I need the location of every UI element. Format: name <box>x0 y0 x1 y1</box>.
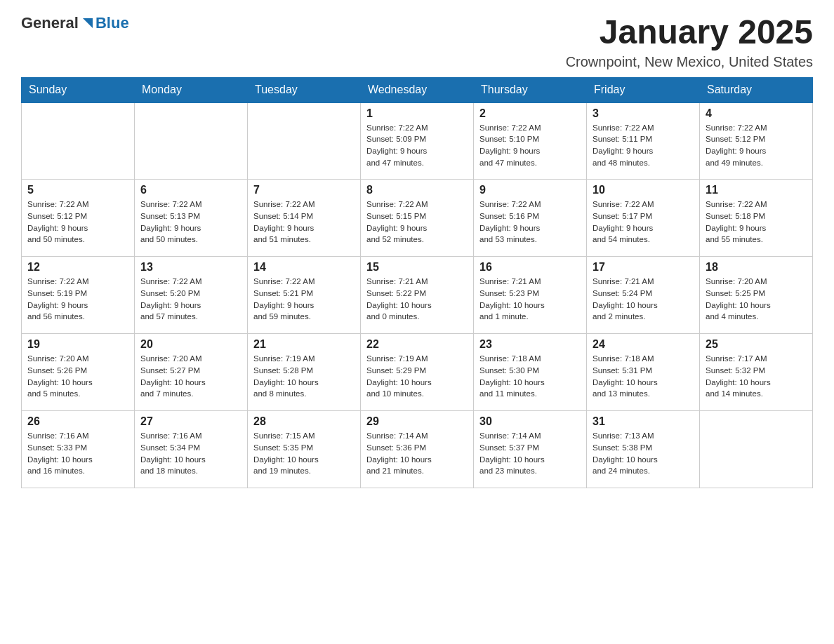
day-number: 26 <box>27 415 128 428</box>
day-cell: 25Sunrise: 7:17 AM Sunset: 5:32 PM Dayli… <box>700 334 813 411</box>
day-number: 2 <box>479 107 581 120</box>
day-number: 15 <box>366 261 468 274</box>
week-row-5: 26Sunrise: 7:16 AM Sunset: 5:33 PM Dayli… <box>22 411 813 488</box>
day-cell: 30Sunrise: 7:14 AM Sunset: 5:37 PM Dayli… <box>474 411 587 488</box>
day-number: 6 <box>140 184 241 196</box>
day-number: 18 <box>706 261 807 274</box>
day-cell: 8Sunrise: 7:22 AM Sunset: 5:15 PM Daylig… <box>361 180 474 257</box>
day-info: Sunrise: 7:18 AM Sunset: 5:31 PM Dayligh… <box>593 353 694 400</box>
day-info: Sunrise: 7:22 AM Sunset: 5:14 PM Dayligh… <box>253 199 355 246</box>
day-number: 9 <box>479 184 581 196</box>
day-number: 16 <box>479 261 581 274</box>
day-number: 4 <box>706 107 807 120</box>
day-number: 1 <box>366 107 468 120</box>
calendar-header: SundayMondayTuesdayWednesdayThursdayFrid… <box>22 77 813 102</box>
day-cell: 3Sunrise: 7:22 AM Sunset: 5:11 PM Daylig… <box>587 102 700 180</box>
day-info: Sunrise: 7:22 AM Sunset: 5:12 PM Dayligh… <box>706 122 807 169</box>
day-cell: 13Sunrise: 7:22 AM Sunset: 5:20 PM Dayli… <box>135 257 248 334</box>
day-cell: 29Sunrise: 7:14 AM Sunset: 5:36 PM Dayli… <box>361 411 474 488</box>
day-cell: 4Sunrise: 7:22 AM Sunset: 5:12 PM Daylig… <box>700 102 813 180</box>
day-number: 14 <box>253 261 355 274</box>
day-cell: 14Sunrise: 7:22 AM Sunset: 5:21 PM Dayli… <box>248 257 361 334</box>
logo-triangle-icon <box>80 15 95 31</box>
day-cell: 16Sunrise: 7:21 AM Sunset: 5:23 PM Dayli… <box>474 257 587 334</box>
day-number: 29 <box>366 415 468 428</box>
day-number: 3 <box>593 107 694 120</box>
day-cell: 26Sunrise: 7:16 AM Sunset: 5:33 PM Dayli… <box>22 411 135 488</box>
day-info: Sunrise: 7:22 AM Sunset: 5:21 PM Dayligh… <box>253 276 355 323</box>
location-subtitle: Crownpoint, New Mexico, United States <box>566 54 813 70</box>
day-number: 20 <box>140 338 241 351</box>
month-title: January 2025 <box>566 14 813 51</box>
day-cell: 20Sunrise: 7:20 AM Sunset: 5:27 PM Dayli… <box>135 334 248 411</box>
day-info: Sunrise: 7:18 AM Sunset: 5:30 PM Dayligh… <box>479 353 581 400</box>
day-cell: 6Sunrise: 7:22 AM Sunset: 5:13 PM Daylig… <box>135 180 248 257</box>
day-info: Sunrise: 7:21 AM Sunset: 5:22 PM Dayligh… <box>366 276 468 323</box>
day-info: Sunrise: 7:20 AM Sunset: 5:27 PM Dayligh… <box>140 353 241 400</box>
day-info: Sunrise: 7:19 AM Sunset: 5:28 PM Dayligh… <box>253 353 355 400</box>
day-cell: 11Sunrise: 7:22 AM Sunset: 5:18 PM Dayli… <box>700 180 813 257</box>
day-info: Sunrise: 7:15 AM Sunset: 5:35 PM Dayligh… <box>253 430 355 477</box>
week-row-3: 12Sunrise: 7:22 AM Sunset: 5:19 PM Dayli… <box>22 257 813 334</box>
day-number: 7 <box>253 184 355 196</box>
day-info: Sunrise: 7:22 AM Sunset: 5:10 PM Dayligh… <box>479 122 581 169</box>
day-info: Sunrise: 7:22 AM Sunset: 5:18 PM Dayligh… <box>706 199 807 246</box>
day-number: 8 <box>366 184 468 196</box>
day-info: Sunrise: 7:17 AM Sunset: 5:32 PM Dayligh… <box>706 353 807 400</box>
day-info: Sunrise: 7:21 AM Sunset: 5:23 PM Dayligh… <box>479 276 581 323</box>
day-cell <box>700 411 813 488</box>
day-number: 30 <box>479 415 581 428</box>
day-number: 10 <box>593 184 694 196</box>
header-cell-wednesday: Wednesday <box>361 77 474 102</box>
day-cell: 9Sunrise: 7:22 AM Sunset: 5:16 PM Daylig… <box>474 180 587 257</box>
day-cell <box>135 102 248 180</box>
header-cell-friday: Friday <box>587 77 700 102</box>
day-info: Sunrise: 7:22 AM Sunset: 5:15 PM Dayligh… <box>366 199 468 246</box>
logo: General Blue <box>21 14 129 32</box>
day-info: Sunrise: 7:22 AM Sunset: 5:12 PM Dayligh… <box>27 199 128 246</box>
header-row: SundayMondayTuesdayWednesdayThursdayFrid… <box>22 77 813 102</box>
day-cell: 27Sunrise: 7:16 AM Sunset: 5:34 PM Dayli… <box>135 411 248 488</box>
week-row-1: 1Sunrise: 7:22 AM Sunset: 5:09 PM Daylig… <box>22 102 813 180</box>
day-cell: 1Sunrise: 7:22 AM Sunset: 5:09 PM Daylig… <box>361 102 474 180</box>
day-info: Sunrise: 7:20 AM Sunset: 5:26 PM Dayligh… <box>27 353 128 400</box>
page-header: General Blue January 2025 Crownpoint, Ne… <box>21 14 813 70</box>
day-number: 25 <box>706 338 807 351</box>
day-number: 11 <box>706 184 807 196</box>
day-cell: 21Sunrise: 7:19 AM Sunset: 5:28 PM Dayli… <box>248 334 361 411</box>
day-info: Sunrise: 7:22 AM Sunset: 5:19 PM Dayligh… <box>27 276 128 323</box>
day-info: Sunrise: 7:22 AM Sunset: 5:17 PM Dayligh… <box>593 199 694 246</box>
day-cell: 24Sunrise: 7:18 AM Sunset: 5:31 PM Dayli… <box>587 334 700 411</box>
day-info: Sunrise: 7:16 AM Sunset: 5:34 PM Dayligh… <box>140 430 241 477</box>
day-number: 24 <box>593 338 694 351</box>
day-number: 17 <box>593 261 694 274</box>
day-cell: 18Sunrise: 7:20 AM Sunset: 5:25 PM Dayli… <box>700 257 813 334</box>
day-number: 23 <box>479 338 581 351</box>
day-number: 31 <box>593 415 694 428</box>
day-number: 12 <box>27 261 128 274</box>
day-info: Sunrise: 7:14 AM Sunset: 5:37 PM Dayligh… <box>479 430 581 477</box>
day-cell: 5Sunrise: 7:22 AM Sunset: 5:12 PM Daylig… <box>22 180 135 257</box>
day-number: 13 <box>140 261 241 274</box>
header-cell-saturday: Saturday <box>700 77 813 102</box>
day-info: Sunrise: 7:16 AM Sunset: 5:33 PM Dayligh… <box>27 430 128 477</box>
day-number: 5 <box>27 184 128 196</box>
day-cell: 31Sunrise: 7:13 AM Sunset: 5:38 PM Dayli… <box>587 411 700 488</box>
day-cell: 22Sunrise: 7:19 AM Sunset: 5:29 PM Dayli… <box>361 334 474 411</box>
day-number: 21 <box>253 338 355 351</box>
day-cell <box>248 102 361 180</box>
day-cell: 17Sunrise: 7:21 AM Sunset: 5:24 PM Dayli… <box>587 257 700 334</box>
day-cell: 15Sunrise: 7:21 AM Sunset: 5:22 PM Dayli… <box>361 257 474 334</box>
day-cell: 2Sunrise: 7:22 AM Sunset: 5:10 PM Daylig… <box>474 102 587 180</box>
header-cell-thursday: Thursday <box>474 77 587 102</box>
day-cell: 7Sunrise: 7:22 AM Sunset: 5:14 PM Daylig… <box>248 180 361 257</box>
week-row-2: 5Sunrise: 7:22 AM Sunset: 5:12 PM Daylig… <box>22 180 813 257</box>
header-cell-monday: Monday <box>135 77 248 102</box>
day-info: Sunrise: 7:22 AM Sunset: 5:11 PM Dayligh… <box>593 122 694 169</box>
day-info: Sunrise: 7:22 AM Sunset: 5:13 PM Dayligh… <box>140 199 241 246</box>
day-cell <box>22 102 135 180</box>
day-number: 19 <box>27 338 128 351</box>
title-section: January 2025 Crownpoint, New Mexico, Uni… <box>566 14 813 70</box>
day-number: 27 <box>140 415 241 428</box>
day-info: Sunrise: 7:20 AM Sunset: 5:25 PM Dayligh… <box>706 276 807 323</box>
